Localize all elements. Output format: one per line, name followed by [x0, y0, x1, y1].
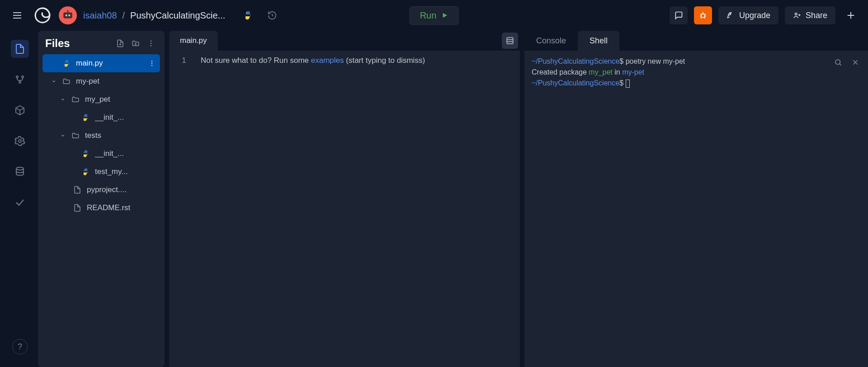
svg-point-53 [151, 119, 152, 120]
terminal-cursor [626, 80, 630, 88]
svg-point-60 [151, 169, 152, 170]
layout-icon[interactable] [502, 33, 518, 49]
svg-point-55 [151, 135, 152, 136]
rail-version-control-icon[interactable] [11, 71, 29, 89]
tree-item-label: test_my... [95, 167, 142, 176]
gutter: 1 [169, 51, 199, 367]
term-line3-path: ~/PushyCalculatingScience [532, 79, 619, 87]
svg-point-46 [151, 81, 152, 82]
svg-point-40 [151, 43, 152, 44]
hint-prefix: Not sure what to do? Run some [201, 56, 311, 65]
folder-icon [61, 77, 71, 85]
terminal-search-icon[interactable] [833, 57, 844, 68]
tree-item[interactable]: tests [42, 127, 160, 145]
tab-console[interactable]: Console [524, 31, 578, 51]
py-icon [61, 59, 71, 68]
folder-icon [71, 95, 80, 104]
side-rail: ? [6, 31, 33, 367]
tree-item[interactable]: my-pet [42, 72, 160, 90]
add-panel-icon[interactable] [842, 6, 860, 24]
svg-point-33 [19, 140, 21, 142]
breadcrumb-separator: / [123, 10, 125, 21]
svg-point-8 [67, 10, 68, 12]
replit-logo-icon[interactable] [33, 5, 52, 25]
svg-point-67 [151, 207, 152, 208]
svg-point-54 [151, 133, 152, 134]
svg-line-16 [700, 14, 702, 15]
new-folder-icon[interactable] [129, 37, 142, 50]
play-icon [441, 12, 448, 19]
help-icon[interactable]: ? [12, 339, 28, 354]
svg-point-57 [151, 151, 152, 152]
tree-item[interactable]: __init_... [42, 145, 160, 163]
terminal-close-icon[interactable] [850, 57, 861, 68]
file-tree: main.pymy-petmy_pet__init_...tests__init… [42, 54, 160, 362]
svg-point-43 [151, 63, 152, 64]
menu-icon[interactable] [8, 6, 26, 24]
folder-icon [71, 132, 80, 140]
svg-line-73 [840, 64, 841, 66]
tree-item-label: tests [85, 131, 142, 140]
rail-settings-icon[interactable] [11, 132, 29, 150]
chat-icon[interactable] [670, 6, 688, 24]
svg-point-50 [151, 101, 152, 102]
editor-panel: main.py 1 Not sure what to do? Run some … [169, 31, 520, 367]
run-button[interactable]: Run [410, 6, 459, 25]
svg-point-22 [730, 14, 731, 14]
user-avatar[interactable] [59, 6, 77, 24]
debug-icon[interactable] [694, 6, 712, 24]
share-button[interactable]: Share [785, 6, 835, 24]
rail-check-icon[interactable] [11, 193, 29, 212]
help-label: ? [18, 342, 22, 352]
history-icon[interactable] [265, 8, 279, 23]
rail-packages-icon[interactable] [11, 101, 29, 119]
svg-line-12 [272, 15, 274, 16]
invite-icon [793, 11, 801, 19]
svg-point-47 [151, 83, 152, 84]
code-area[interactable]: Not sure what to do? Run some examples (… [199, 51, 520, 367]
editor-body[interactable]: 1 Not sure what to do? Run some examples… [169, 51, 520, 367]
tree-item[interactable]: __init_... [42, 108, 160, 127]
svg-point-51 [151, 115, 152, 116]
svg-point-68 [151, 209, 152, 210]
breadcrumb-project[interactable]: PushyCalculatingScie... [130, 10, 225, 21]
tree-item[interactable]: pyproject.... [42, 181, 160, 199]
tree-item-label: __init_... [95, 149, 142, 158]
file-icon [72, 204, 82, 212]
term-line2-mid: in [613, 68, 622, 76]
rail-files-icon[interactable] [11, 40, 29, 58]
svg-point-72 [835, 60, 840, 65]
tab-shell[interactable]: Shell [578, 31, 619, 51]
svg-point-42 [151, 61, 152, 61]
svg-point-56 [151, 137, 152, 138]
tab-console-label: Console [536, 36, 566, 46]
upgrade-button[interactable]: Upgrade [718, 6, 778, 24]
chevron-down-icon [51, 79, 57, 84]
line-number: 1 [169, 54, 199, 67]
python-language-icon[interactable] [241, 8, 255, 23]
svg-line-21 [704, 17, 705, 18]
files-more-icon[interactable] [145, 37, 157, 50]
svg-point-29 [22, 76, 24, 78]
tree-item[interactable]: main.py [42, 54, 160, 72]
upgrade-label: Upgrade [739, 11, 770, 20]
tree-item[interactable]: README.rst [42, 199, 160, 217]
svg-point-65 [151, 191, 152, 192]
rail-database-icon[interactable] [11, 163, 29, 181]
tree-item[interactable]: my_pet [42, 90, 160, 108]
term-line2-pkg: my_pet [589, 68, 612, 76]
hint-examples-link[interactable]: examples [311, 56, 344, 65]
file-icon [72, 186, 82, 194]
svg-point-49 [151, 99, 152, 100]
breadcrumb-user[interactable]: isaiah08 [83, 10, 117, 21]
tree-item[interactable]: test_my... [42, 163, 160, 181]
editor-tab-main[interactable]: main.py [169, 31, 218, 51]
svg-point-9 [246, 12, 247, 13]
tree-item-more-icon[interactable] [146, 60, 157, 67]
run-button-label: Run [420, 10, 437, 21]
new-file-icon[interactable] [114, 37, 127, 50]
tree-item-label: pyproject.... [87, 185, 142, 194]
right-panel: Console Shell ~/PushyCalculatingScience$… [524, 31, 868, 367]
terminal-body[interactable]: ~/PushyCalculatingScience$ poetry new my… [524, 51, 868, 367]
workspace: ? Files main.pymy-petmy_pet__init_...tes… [0, 31, 868, 367]
